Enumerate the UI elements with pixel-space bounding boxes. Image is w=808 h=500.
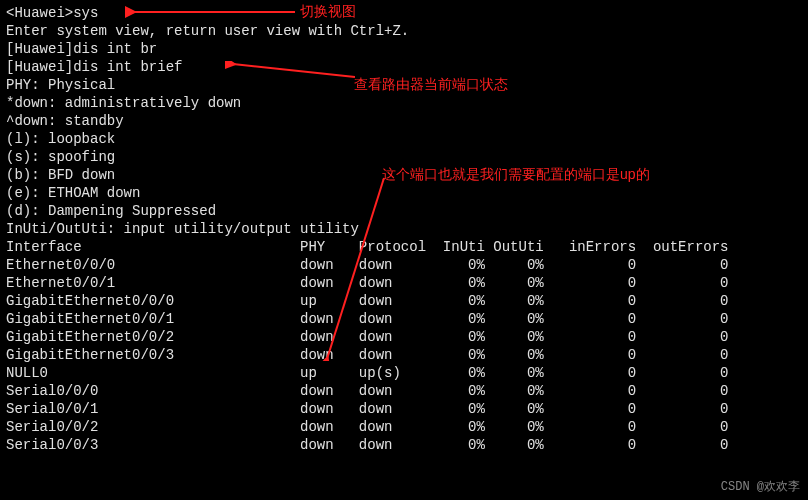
- iface-table-header: Interface PHY Protocol InUti OutUti inEr…: [6, 238, 802, 256]
- cmd-dis-int-br: [Huawei]dis int br: [6, 40, 802, 58]
- legend-admin-down: *down: administratively down: [6, 94, 802, 112]
- table-row: Serial0/0/3 down down 0% 0% 0 0: [6, 436, 802, 454]
- legend-standby: ^down: standby: [6, 112, 802, 130]
- table-row: GigabitEthernet0/0/3 down down 0% 0% 0 0: [6, 346, 802, 364]
- table-row: Ethernet0/0/1 down down 0% 0% 0 0: [6, 274, 802, 292]
- legend-phy: PHY: Physical: [6, 76, 802, 94]
- legend-loopback: (l): loopback: [6, 130, 802, 148]
- watermark: CSDN @欢欢李: [721, 478, 800, 496]
- table-row: GigabitEthernet0/0/1 down down 0% 0% 0 0: [6, 310, 802, 328]
- terminal-output[interactable]: <Huawei>sys Enter system view, return us…: [0, 0, 808, 458]
- table-row: NULL0 up up(s) 0% 0% 0 0: [6, 364, 802, 382]
- table-row: Ethernet0/0/0 down down 0% 0% 0 0: [6, 256, 802, 274]
- table-row: Serial0/0/2 down down 0% 0% 0 0: [6, 418, 802, 436]
- legend-inouti: InUti/OutUti: input utility/output utili…: [6, 220, 802, 238]
- table-row: Serial0/0/1 down down 0% 0% 0 0: [6, 400, 802, 418]
- iface-table-body: Ethernet0/0/0 down down 0% 0% 0 0Etherne…: [6, 256, 802, 454]
- table-row: GigabitEthernet0/0/0 up down 0% 0% 0 0: [6, 292, 802, 310]
- legend-dampening: (d): Dampening Suppressed: [6, 202, 802, 220]
- cmd-dis-int-brief: [Huawei]dis int brief: [6, 58, 802, 76]
- legend-spoofing: (s): spoofing: [6, 148, 802, 166]
- legend-ethoam: (e): ETHOAM down: [6, 184, 802, 202]
- system-view-msg: Enter system view, return user view with…: [6, 22, 802, 40]
- legend-bfd: (b): BFD down: [6, 166, 802, 184]
- cmd-sys: <Huawei>sys: [6, 4, 802, 22]
- table-row: GigabitEthernet0/0/2 down down 0% 0% 0 0: [6, 328, 802, 346]
- table-row: Serial0/0/0 down down 0% 0% 0 0: [6, 382, 802, 400]
